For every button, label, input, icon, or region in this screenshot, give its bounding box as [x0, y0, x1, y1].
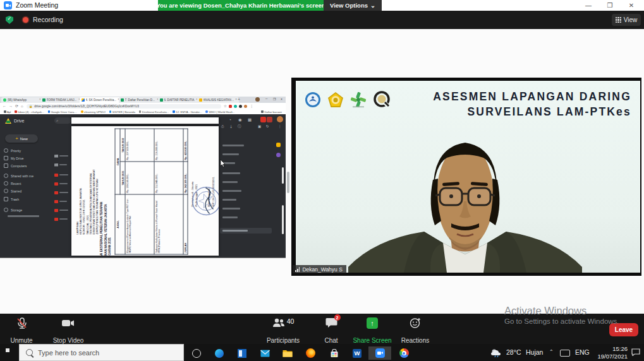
mail-button[interactable] — [253, 346, 276, 360]
offline-status-icon[interactable]: ◔ — [229, 118, 231, 122]
browser-restore-icon[interactable]: ❐ — [273, 97, 276, 101]
weather-icon[interactable] — [490, 348, 503, 357]
bookmark-drive[interactable]: Google Drive Cara-... — [48, 110, 77, 114]
app-color-icon[interactable] — [276, 153, 281, 157]
sidebar-item-trash[interactable]: Trash — [4, 196, 53, 203]
restore-button[interactable]: ❐ — [600, 0, 619, 11]
zoom-taskbar-button[interactable] — [368, 346, 391, 360]
taskbar-search-box[interactable]: Type here to search — [19, 344, 184, 361]
store-button[interactable] — [323, 346, 346, 360]
drive-file-row[interactable] — [54, 206, 71, 214]
drive-file-row[interactable] — [54, 215, 71, 223]
unmute-button[interactable]: Unmute — [6, 316, 37, 346]
stop-video-button[interactable]: Stop Video — [51, 316, 86, 346]
cortana-button[interactable] — [185, 346, 208, 360]
bookmark-sister[interactable]: SISTER | Beranda — [109, 110, 135, 114]
edge-button[interactable] — [208, 346, 231, 360]
drive-folder-row[interactable] — [54, 161, 71, 169]
drive-file-row[interactable] — [54, 198, 71, 205]
firefox-button[interactable] — [299, 346, 322, 360]
participants-button[interactable]: 40 Participants — [264, 316, 302, 346]
pane-resize-handle[interactable] — [287, 172, 289, 193]
bookmark-star-icon[interactable]: ☆ — [224, 104, 227, 108]
chat-button[interactable]: 2 Chat — [319, 316, 344, 346]
bookmark-emya[interactable]: 12. EMYA - Gender... — [173, 110, 202, 114]
chrome-button[interactable] — [392, 346, 415, 360]
browser-tab-daftar-penelitian[interactable]: 7. Daftar Penelitian D...× — [119, 97, 161, 103]
view-layout-button[interactable]: View — [612, 14, 641, 26]
drive-file-row[interactable] — [54, 180, 71, 187]
bookmark-who[interactable]: WHO | World Healt... — [205, 110, 234, 114]
action-center-icon[interactable] — [631, 348, 640, 356]
sidebar-item-my-drive[interactable]: My Drive — [4, 155, 53, 162]
new-tab-button[interactable]: + — [238, 97, 240, 102]
sidebar-item-priority[interactable]: Priority — [4, 147, 53, 154]
drive-file-row[interactable] — [54, 171, 71, 179]
minimize-button[interactable]: — — [579, 0, 598, 11]
drive-avatar[interactable] — [277, 116, 283, 122]
browser-minimize-icon[interactable]: – — [265, 97, 267, 100]
leave-button[interactable]: Leave — [609, 323, 638, 336]
tray-language[interactable]: ENG — [575, 348, 590, 356]
help-icon[interactable]: ◉ — [238, 118, 242, 122]
browser-tab-form-tindak[interactable]: FORM TINDAK LANJ...× — [40, 97, 82, 103]
settings-icon[interactable]: ▦ — [248, 118, 252, 122]
bookmark-direktorat[interactable]: Direktorat Kesehata... — [139, 110, 169, 114]
download-icon[interactable]: ⭳ — [229, 125, 233, 129]
forward-icon[interactable]: → — [9, 104, 13, 108]
more-options-icon[interactable]: ⋮ — [278, 125, 282, 129]
word-button[interactable]: W — [346, 346, 368, 360]
tray-clock[interactable]: 15:26 19/07/2021 — [593, 345, 628, 360]
apps-badge2-icon[interactable] — [267, 117, 272, 122]
browser-close-icon[interactable]: × — [281, 97, 283, 101]
scrollbar-thumb[interactable] — [282, 205, 284, 234]
view-options-button[interactable]: View Options⌄ — [324, 0, 382, 11]
back-icon[interactable]: ← — [3, 104, 6, 108]
profile-avatar-icon[interactable] — [244, 105, 247, 108]
zoom-out-icon[interactable]: ▣ — [258, 125, 261, 129]
folder-color-icon[interactable] — [276, 143, 281, 147]
bookmark-apps[interactable]: Apl — [4, 110, 11, 114]
browser-menu-icon[interactable]: ⋮ — [250, 104, 253, 108]
home-icon[interactable]: ⌂ — [21, 104, 23, 108]
bookmark-inbox[interactable]: Inbox (4) - chahyak... — [15, 110, 44, 114]
info-icon[interactable]: ⓘ — [238, 125, 241, 129]
drive-folder-row[interactable] — [54, 152, 71, 160]
tray-weather-desc[interactable]: Hujan — [526, 348, 543, 356]
url-field[interactable]: 🔒 drive.google.com/drive/u/3/folders/1Zl… — [27, 104, 221, 109]
start-button[interactable] — [6, 348, 14, 357]
bookmark-elearning[interactable]: elearning UPNVJ — [81, 110, 106, 114]
drive-search-field[interactable]: ⌕ — [54, 117, 71, 124]
extension-adobe-icon[interactable] — [229, 105, 232, 108]
share-screen-button[interactable]: ↑ Share Screen — [351, 316, 393, 346]
drive-file-row[interactable] — [54, 189, 71, 196]
close-button[interactable]: ✕ — [622, 0, 641, 11]
browser-tab-whatsapp[interactable]: (95) WhatsApp× — [1, 97, 43, 103]
reading-list-button[interactable]: Daftar bacaan — [261, 110, 282, 114]
extension-green-icon[interactable] — [234, 105, 237, 108]
reload-icon[interactable]: ⟳ — [15, 104, 18, 108]
site-info-icon[interactable]: 🔒 — [29, 105, 33, 108]
encryption-shield-icon[interactable] — [6, 16, 13, 24]
tray-overflow-chevron[interactable]: ⌃ — [549, 350, 554, 355]
browser-tab-analisis[interactable]: ANALISIS KEGIATAN ...× — [197, 97, 239, 103]
reactions-button[interactable]: Reactions — [397, 316, 434, 346]
apps-badge-icon[interactable] — [260, 117, 266, 122]
extension-dark-icon[interactable] — [239, 105, 242, 108]
print-icon[interactable]: ⎙ — [221, 125, 224, 129]
scrollbar-thumb[interactable] — [282, 167, 284, 184]
sidebar-item-recent[interactable]: Recent — [4, 180, 53, 187]
tab-close-icon[interactable]: × — [235, 98, 237, 102]
tray-temperature[interactable]: 28°C — [506, 348, 521, 356]
sidebar-item-storage[interactable]: Storage — [4, 206, 53, 213]
sidebar-item-computers[interactable]: Computers — [4, 162, 53, 169]
touch-keyboard-icon[interactable] — [560, 350, 570, 357]
browser-tab-daftar-penelitia[interactable]: 6. DAFTAR PENELITIA...× — [158, 97, 200, 103]
participant-video-tile[interactable]: ASESMEN LAPANGAN DARING SURVEILANS LAM-P… — [291, 78, 641, 276]
sidebar-item-starred[interactable]: Starred — [4, 187, 53, 194]
browser-tab-sk-dosen-active[interactable]: 4. SK Dosen Penelitia...× — [80, 97, 121, 103]
drive-new-button[interactable]: + New — [5, 134, 38, 143]
file-explorer-button[interactable] — [276, 346, 299, 360]
zoom-in-icon[interactable]: ↻ — [266, 125, 269, 129]
sidebar-item-shared-with-me[interactable]: Shared with me — [4, 172, 53, 179]
